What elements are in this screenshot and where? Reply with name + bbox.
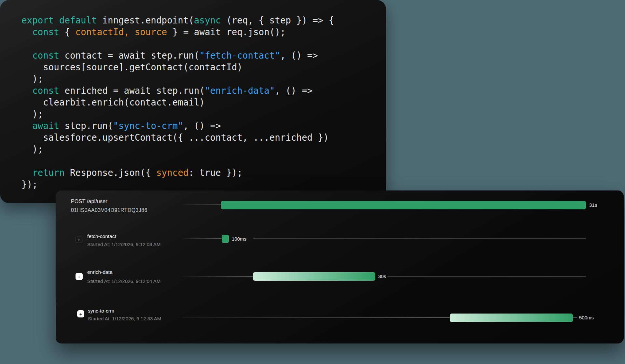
step-name: enrich-data [87, 269, 113, 275]
step-duration-label: 500ms [579, 315, 594, 320]
expand-step-button[interactable]: + [76, 273, 83, 280]
expand-step-button[interactable]: + [77, 310, 84, 317]
step-span-bar[interactable] [253, 272, 375, 281]
expand-step-button[interactable]: + [76, 236, 82, 243]
step-name: sync-to-crm [88, 308, 114, 314]
step-span-bar[interactable] [450, 314, 573, 322]
root-duration-label: 31s [589, 202, 597, 208]
step-span-bar[interactable] [222, 235, 229, 243]
timeline-track [573, 317, 577, 318]
step-duration-label: 30s [378, 273, 386, 279]
step-duration-label: 100ms [232, 236, 246, 242]
timeline-track [183, 276, 253, 277]
code-editor-panel: export default inngest.endpoint(async (r… [0, 0, 386, 203]
timeline-track [183, 317, 450, 318]
step-started-at: Started At: 1/12/2026, 9:12:33 AM [88, 316, 161, 321]
timeline-track [387, 276, 586, 277]
root-span-bar[interactable] [221, 201, 586, 209]
step-name: fetch-contact [87, 233, 116, 239]
trace-request-title: POST /api/user [71, 199, 107, 204]
trace-timeline-panel: POST /api/user 01HS0AA03V04D91RTDQ3J86 3… [56, 190, 624, 343]
step-started-at: Started At: 1/12/2026, 9:12:03 AM [87, 242, 160, 247]
step-started-at: Started At: 1/12/2026, 9:12:04 AM [87, 278, 160, 284]
timeline-track-root [183, 204, 221, 205]
timeline-track [183, 238, 222, 239]
timeline-track [253, 238, 586, 239]
code-block: export default inngest.endpoint(async (r… [21, 14, 383, 200]
trace-run-id: 01HS0AA03V04D91RTDQ3J86 [71, 207, 147, 213]
